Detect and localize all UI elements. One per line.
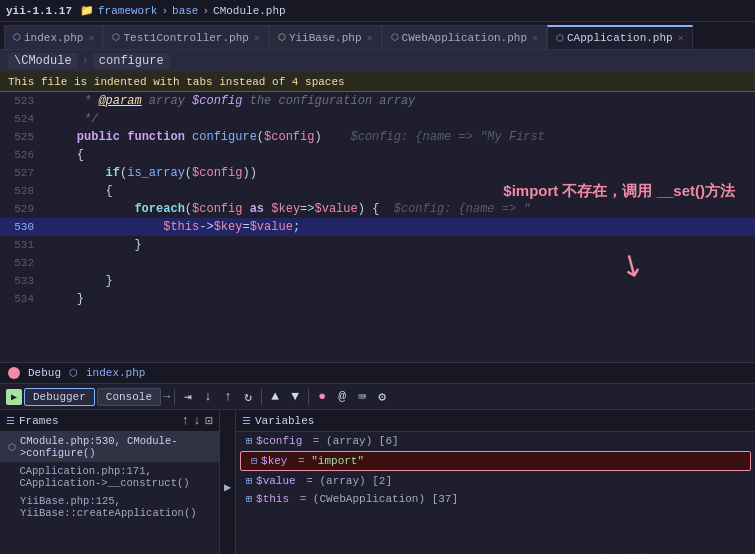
watch-button[interactable]: @ (333, 388, 351, 406)
line-number: 524 (0, 113, 42, 125)
line-content: */ (42, 110, 755, 128)
chevron-right-icon: ▶ (224, 480, 231, 495)
code-line-524: 524 */ (0, 110, 755, 128)
frames-nav: ↑ ↓ ⊡ (182, 413, 213, 429)
frames-header: ☰ Frames ↑ ↓ ⊡ (0, 410, 219, 432)
debug-icon: ⬡ (69, 367, 78, 379)
line-content: * @param array $config the configuration… (42, 92, 755, 110)
var-item-key[interactable]: ⊟ $key = "import" (240, 451, 751, 471)
toolbar-sep2 (261, 389, 262, 405)
line-content (42, 254, 755, 272)
tab-debugger[interactable]: Debugger (24, 388, 95, 406)
code-line-534: 534 } (0, 290, 755, 308)
tab-close-icon2[interactable]: ✕ (254, 32, 260, 44)
frames-down-icon[interactable]: ↓ (193, 413, 201, 429)
line-number: 526 (0, 149, 42, 161)
run-to-cursor-button[interactable]: ↻ (239, 388, 257, 406)
frames-up-button[interactable]: ▲ (266, 388, 284, 406)
line-number: 534 (0, 293, 42, 305)
debug-panels: ☰ Frames ↑ ↓ ⊡ ⬡ CModule.php:530, CModul… (0, 410, 755, 554)
frames-down-button[interactable]: ▼ (286, 388, 304, 406)
code-line-523: 523 * @param array $config the configura… (0, 92, 755, 110)
settings-button[interactable]: ⚙ (373, 388, 391, 406)
console-arrow: → (163, 390, 170, 404)
step-out-button[interactable]: ↑ (219, 388, 237, 406)
play-button[interactable]: ▶ (6, 389, 22, 405)
php-file-icon4: ⬡ (391, 32, 399, 43)
frame-icon: ⬡ (8, 442, 16, 453)
tab-console[interactable]: Console (97, 388, 161, 406)
code-line-527: 527 if(is_array($config)) (0, 164, 755, 182)
variables-panel: ☰ Variables ⊞ $config = (array) [6] ⊟ $k… (236, 410, 755, 554)
vars-icon: ☰ (242, 415, 251, 427)
var-item-config[interactable]: ⊞ $config = (array) [6] (236, 432, 755, 450)
tab-cwebapplication[interactable]: ⬡ CWebApplication.php ✕ (382, 25, 547, 49)
frames-expand-icon[interactable]: ⊡ (205, 413, 213, 429)
code-line-530: 530 $this->$key=$value; (0, 218, 755, 236)
var-key-key: $key (261, 455, 287, 467)
eval-button[interactable]: ⌨ (353, 388, 371, 406)
var-val-value: = (array) [2] (300, 475, 392, 487)
line-number: 528 (0, 185, 42, 197)
var-expand-icon4: ⊞ (246, 493, 252, 505)
bc-arrow2: › (202, 5, 209, 17)
code-line-525: 525 public function configure($config) $… (0, 128, 755, 146)
warning-bar: This file is indented with tabs instead … (0, 72, 755, 92)
line-number: 527 (0, 167, 42, 179)
warning-text: This file is indented with tabs instead … (8, 76, 345, 88)
tab-close-icon[interactable]: ✕ (88, 32, 94, 44)
breadcrumb: 📁 framework › base › CModule.php (80, 4, 286, 17)
frame-label3: YiiBase.php:125, YiiBase::createApplicat… (20, 495, 211, 519)
line-content: if(is_array($config)) (42, 164, 755, 182)
toolbar-sep3 (308, 389, 309, 405)
frames-up-icon[interactable]: ↑ (182, 413, 190, 429)
code-breadcrumb-bar: \CModule › configure (0, 50, 755, 72)
var-item-value[interactable]: ⊞ $value = (array) [2] (236, 472, 755, 490)
vars-list: ⊞ $config = (array) [6] ⊟ $key = "import… (236, 432, 755, 508)
breakpoints-button[interactable]: ● (313, 388, 331, 406)
php-file-icon: ⬡ (13, 32, 21, 43)
frame-item-2[interactable]: YiiBase.php:125, YiiBase::createApplicat… (0, 492, 219, 522)
code-editor[interactable]: 523 * @param array $config the configura… (0, 92, 755, 362)
tab-close-icon3[interactable]: ✕ (367, 32, 373, 44)
var-val-key: = "import" (291, 455, 364, 467)
var-key-config: $config (256, 435, 302, 447)
var-val-this: = (CWebApplication) [37] (293, 493, 458, 505)
step-over-button[interactable]: ⇥ (179, 388, 197, 406)
breadcrumb-framework[interactable]: framework (98, 5, 157, 17)
frame-label: CModule.php:530, CModule->configure() (20, 435, 211, 459)
line-number: 529 (0, 203, 42, 215)
step-into-button[interactable]: ↓ (199, 388, 217, 406)
var-expand-icon: ⊞ (246, 435, 252, 447)
var-key-value: $value (256, 475, 296, 487)
code-area: 523 * @param array $config the configura… (0, 92, 755, 362)
line-number: 530 (0, 221, 42, 233)
frame-item-0[interactable]: ⬡ CModule.php:530, CModule->configure() (0, 432, 219, 462)
app-title: yii-1.1.17 (6, 5, 72, 17)
tab-test1controller[interactable]: ⬡ Test1Controller.php ✕ (103, 25, 268, 49)
breadcrumb-method[interactable]: configure (93, 53, 170, 69)
tab-label3: YiiBase.php (289, 32, 362, 44)
breadcrumb-class[interactable]: \CModule (8, 53, 78, 69)
vars-title: Variables (255, 415, 314, 427)
panel-expand-arrow[interactable]: ▶ (220, 410, 236, 554)
var-item-this[interactable]: ⊞ $this = (CWebApplication) [37] (236, 490, 755, 508)
debug-indicator (8, 367, 20, 379)
tab-yiibase[interactable]: ⬡ YiiBase.php ✕ (269, 25, 382, 49)
frames-panel: ☰ Frames ↑ ↓ ⊡ ⬡ CModule.php:530, CModul… (0, 410, 220, 554)
breadcrumb-base[interactable]: base (172, 5, 198, 17)
var-key-this: $this (256, 493, 289, 505)
code-line-533: 533 } (0, 272, 755, 290)
frame-item-1[interactable]: CApplication.php:171, CApplication->__co… (0, 462, 219, 492)
tab-label5: CApplication.php (567, 32, 673, 44)
code-line-528: 528 { (0, 182, 755, 200)
tab-index-php[interactable]: ⬡ index.php ✕ (4, 25, 103, 49)
line-content: public function configure($config) $conf… (42, 128, 755, 146)
frames-list: ⬡ CModule.php:530, CModule->configure() … (0, 432, 219, 522)
tab-capplication[interactable]: ⬡ CApplication.php ✕ (547, 25, 693, 49)
tab-label4: CWebApplication.php (402, 32, 527, 44)
tab-close-icon4[interactable]: ✕ (532, 32, 538, 44)
breadcrumb-file[interactable]: CModule.php (213, 5, 286, 17)
tab-close-icon5[interactable]: ✕ (678, 32, 684, 44)
line-content: } (42, 290, 755, 308)
